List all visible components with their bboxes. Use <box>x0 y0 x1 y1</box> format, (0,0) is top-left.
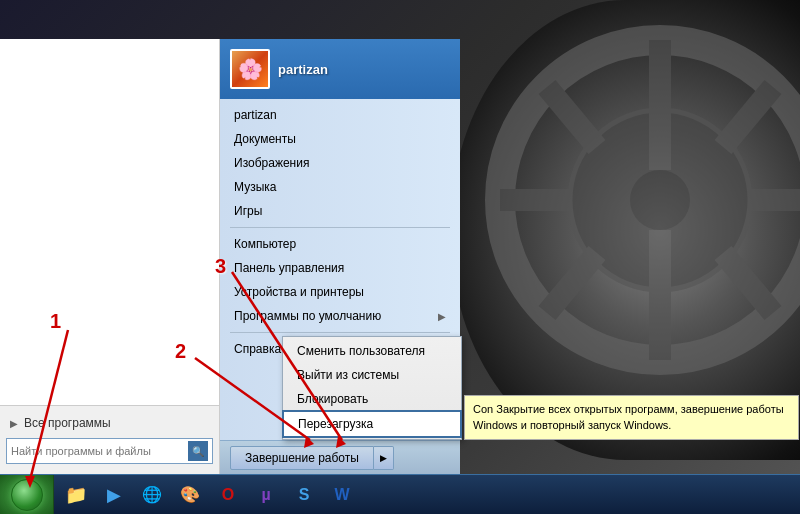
submenu-switch-user[interactable]: Сменить пользователя <box>283 339 461 363</box>
svg-line-7 <box>547 87 597 147</box>
search-button[interactable]: 🔍 <box>188 441 208 461</box>
skype-icon: S <box>299 486 310 504</box>
user-name: partizan <box>278 62 328 77</box>
menu-item-computer[interactable]: Компьютер <box>220 232 460 256</box>
opera-icon: O <box>222 486 234 504</box>
menu-item-images[interactable]: Изображения <box>220 151 460 175</box>
taskbar-chrome-icon[interactable]: 🌐 <box>134 477 170 513</box>
menu-item-defaults[interactable]: Программы по умолчанию ▶ <box>220 304 460 328</box>
shutdown-arrow-icon: ▶ <box>380 453 387 463</box>
defaults-arrow-icon: ▶ <box>438 311 446 322</box>
taskbar-word-icon[interactable]: W <box>324 477 360 513</box>
svg-point-2 <box>630 170 690 230</box>
taskbar-paint-icon[interactable]: 🎨 <box>172 477 208 513</box>
menu-item-control-panel[interactable]: Панель управления <box>220 256 460 280</box>
all-programs-button[interactable]: ▶ Все программы <box>0 412 219 434</box>
user-header: 🌸 partizan <box>220 39 460 99</box>
svg-line-9 <box>723 87 773 147</box>
tooltip-box: Con Закрытие всех открытых программ, зав… <box>464 395 799 440</box>
tooltip-text: Закрытие всех открытых программ, заверше… <box>473 403 784 430</box>
folder-icon: 📁 <box>65 484 87 506</box>
shutdown-bar: Завершение работы ▶ <box>220 440 460 474</box>
menu-item-documents[interactable]: Документы <box>220 127 460 151</box>
menu-item-music[interactable]: Музыка <box>220 175 460 199</box>
tooltip-title: Con <box>473 403 493 415</box>
submenu-lock[interactable]: Блокировать <box>283 387 461 411</box>
shutdown-button[interactable]: Завершение работы <box>230 446 374 470</box>
search-input[interactable] <box>11 445 188 457</box>
submenu-restart[interactable]: Перезагрузка <box>283 411 461 437</box>
start-button[interactable] <box>0 475 54 515</box>
power-submenu: Сменить пользователя Выйти из системы Бл… <box>282 336 462 440</box>
taskbar-icons: 📁 ▶ 🌐 🎨 O µ S W <box>54 477 364 513</box>
taskbar-skype-icon[interactable]: S <box>286 477 322 513</box>
taskbar-opera-icon[interactable]: O <box>210 477 246 513</box>
wheel-detail <box>450 0 800 460</box>
menu-item-user[interactable]: partizan <box>220 103 460 127</box>
search-box: 🔍 <box>6 438 213 464</box>
all-programs-label: Все программы <box>24 416 111 430</box>
submenu-logout[interactable]: Выйти из системы <box>283 363 461 387</box>
menu-item-devices[interactable]: Устройства и принтеры <box>220 280 460 304</box>
menu-item-games[interactable]: Игры <box>220 199 460 223</box>
svg-line-10 <box>547 253 597 313</box>
svg-line-8 <box>723 253 773 313</box>
start-orb-icon <box>11 479 43 511</box>
taskbar-torrent-icon[interactable]: µ <box>248 477 284 513</box>
all-programs-arrow-icon: ▶ <box>10 418 18 429</box>
menu-separator-2 <box>230 332 450 333</box>
chrome-icon: 🌐 <box>142 485 162 504</box>
start-menu-left-programs <box>0 39 219 405</box>
paint-icon: 🎨 <box>180 485 200 504</box>
media-player-icon: ▶ <box>107 484 121 506</box>
menu-separator-1 <box>230 227 450 228</box>
user-avatar: 🌸 <box>230 49 270 89</box>
start-menu-left: ▶ Все программы 🔍 <box>0 39 220 474</box>
taskbar: 📁 ▶ 🌐 🎨 O µ S W <box>0 474 800 514</box>
desktop: ▶ Все программы 🔍 🌸 partizan partizan <box>0 0 800 514</box>
word-icon: W <box>334 486 349 504</box>
start-menu-left-bottom: ▶ Все программы 🔍 <box>0 405 219 474</box>
shutdown-arrow-button[interactable]: ▶ <box>374 446 394 470</box>
torrent-icon: µ <box>261 486 270 504</box>
taskbar-media-icon[interactable]: ▶ <box>96 477 132 513</box>
taskbar-folder-icon[interactable]: 📁 <box>58 477 94 513</box>
